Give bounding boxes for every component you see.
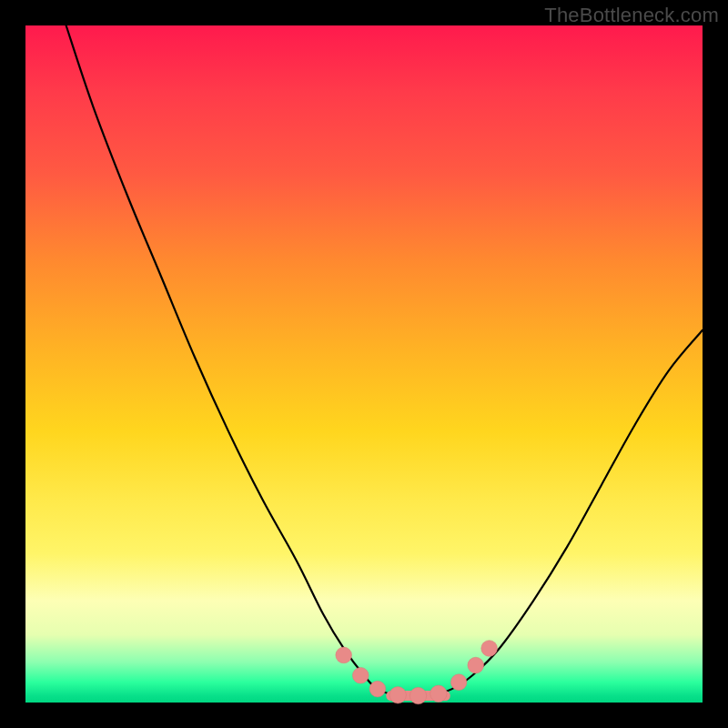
data-marker xyxy=(481,641,498,657)
data-marker xyxy=(389,687,406,703)
data-markers xyxy=(336,641,498,704)
chart-svg xyxy=(25,25,703,703)
data-marker xyxy=(410,687,426,703)
chart-plot-area xyxy=(25,25,703,703)
data-marker xyxy=(369,681,386,697)
data-marker xyxy=(430,685,447,702)
data-marker xyxy=(336,647,352,663)
bottleneck-curve xyxy=(66,25,703,696)
data-marker xyxy=(468,657,484,673)
data-marker xyxy=(450,674,467,691)
data-marker xyxy=(352,667,369,683)
watermark-text: TheBottleneck.com xyxy=(544,4,719,27)
chart-frame: TheBottleneck.com xyxy=(0,0,728,728)
